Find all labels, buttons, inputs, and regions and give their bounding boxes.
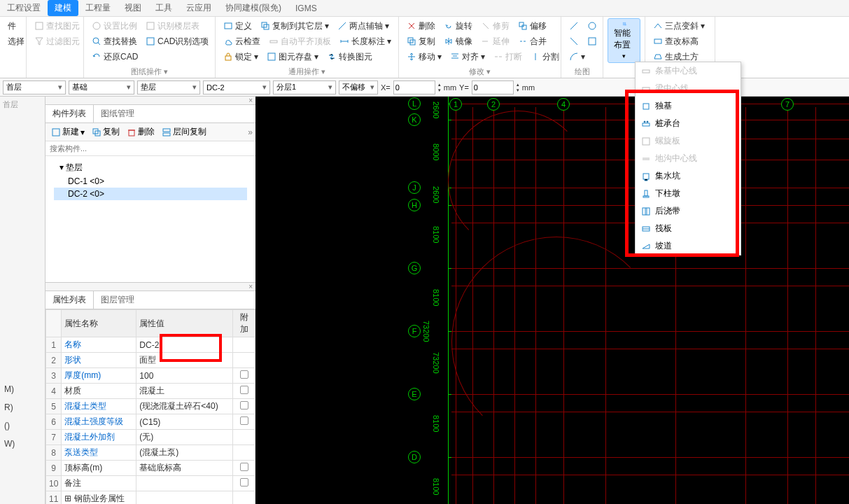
svg-rect-32 bbox=[643, 174, 649, 179]
btn-split[interactable]: 分割 bbox=[527, 49, 563, 64]
svg-rect-9 bbox=[225, 56, 231, 60]
tab-collab[interactable]: 协同建模(限免) bbox=[218, 0, 288, 16]
col-prop-name: 属性名称 bbox=[62, 310, 136, 337]
btn-set-scale[interactable]: 设置比例 bbox=[88, 18, 141, 34]
btn-new[interactable]: 新建 ▾ bbox=[48, 125, 87, 139]
tab-prop-list[interactable]: 属性列表 bbox=[45, 291, 94, 309]
drop-type[interactable]: 垫层 bbox=[137, 80, 200, 94]
btn-copy-to-floor[interactable]: 复制到其它层 ▾ bbox=[257, 18, 332, 34]
menu-ramp[interactable]: 坡道 bbox=[636, 237, 741, 255]
btn-copy[interactable]: 复制 bbox=[403, 34, 439, 49]
btn-delete[interactable]: 删除 bbox=[403, 18, 439, 34]
menu-trench-centerline: 地沟中心线 bbox=[636, 150, 741, 167]
btn-merge[interactable]: 合并 bbox=[514, 34, 550, 49]
input-y[interactable] bbox=[472, 80, 514, 94]
btn-extend[interactable]: 延伸 bbox=[477, 34, 513, 49]
drop-floor[interactable]: 首层 bbox=[3, 80, 66, 94]
tab-drawing-manage[interactable]: 图纸管理 bbox=[94, 105, 141, 122]
svg-rect-10 bbox=[268, 53, 275, 60]
menu-post-pour[interactable]: 后浇带 bbox=[636, 202, 741, 220]
btn-restore-cad[interactable]: 还原CAD bbox=[88, 49, 141, 64]
table-row[interactable]: 7混凝土外加剂(无) bbox=[46, 430, 255, 445]
table-row[interactable]: 2形状面型 bbox=[46, 353, 255, 368]
btn-break[interactable]: 打断 bbox=[490, 49, 526, 64]
tree-root[interactable]: ▾ 垫层 bbox=[54, 160, 247, 175]
btn-define[interactable]: 定义 bbox=[220, 18, 255, 34]
draw-rect-icon[interactable] bbox=[584, 34, 601, 49]
menu-isolated-foundation[interactable]: 独基 bbox=[636, 97, 741, 115]
btn-check-elevation[interactable]: 查改标高 bbox=[650, 34, 710, 49]
input-x[interactable] bbox=[393, 80, 435, 94]
btn-copy2[interactable]: 复制 bbox=[89, 125, 122, 139]
drop-layer[interactable]: 分层1 bbox=[273, 80, 336, 94]
btn-save-element[interactable]: 图元存盘 ▾ bbox=[263, 49, 322, 64]
btn-lock[interactable]: 锁定 ▾ bbox=[220, 49, 262, 64]
table-row[interactable]: 4材质混凝土 bbox=[46, 384, 255, 399]
table-row[interactable]: 1名称DC-2 bbox=[46, 337, 255, 353]
drop-offset[interactable]: 不偏移 bbox=[339, 80, 378, 94]
svg-rect-18 bbox=[654, 39, 661, 43]
btn-floor-copy[interactable]: 层间复制 bbox=[159, 125, 209, 139]
menu-column-pier[interactable]: 下柱墩 bbox=[636, 185, 741, 202]
tab-layer-manage[interactable]: 图层管理 bbox=[94, 291, 141, 309]
grid-bubble: H bbox=[408, 199, 421, 211]
btn-move[interactable]: 移动 ▾ bbox=[403, 49, 445, 64]
close-icon-2[interactable]: × bbox=[246, 283, 255, 290]
drop-component[interactable]: DC-2 bbox=[203, 80, 270, 94]
search-input[interactable] bbox=[50, 144, 251, 153]
table-row[interactable]: 3厚度(mm)100 bbox=[46, 368, 255, 384]
btn-length-dim[interactable]: 长度标注 ▾ bbox=[336, 34, 395, 49]
draw-arc-icon[interactable]: ▾ bbox=[566, 49, 589, 64]
tab-igms[interactable]: IGMS bbox=[288, 1, 324, 15]
btn-trim[interactable]: 修剪 bbox=[477, 18, 513, 34]
btn-pieces[interactable]: 件 bbox=[4, 18, 22, 34]
table-row[interactable]: 11⊞ 钢筋业务属性 bbox=[46, 491, 255, 505]
tab-component-list[interactable]: 构件列表 bbox=[45, 105, 94, 122]
btn-cloud-check[interactable]: 云检查 bbox=[220, 34, 264, 49]
tab-view[interactable]: 视图 bbox=[118, 0, 148, 16]
draw-circle-icon[interactable] bbox=[584, 18, 601, 34]
drop-category[interactable]: 基础 bbox=[69, 80, 134, 94]
menu-raft[interactable]: 筏板 bbox=[636, 220, 741, 237]
tab-modeling[interactable]: 建模 bbox=[48, 0, 78, 16]
tab-cloud[interactable]: 云应用 bbox=[179, 0, 218, 16]
tree-item-dc1[interactable]: DC-1 <0> bbox=[54, 175, 247, 188]
menu-pile-cap[interactable]: 桩承台 bbox=[636, 115, 741, 132]
tab-engineering-settings[interactable]: 工程设置 bbox=[0, 0, 48, 16]
svg-rect-19 bbox=[52, 129, 59, 136]
drawing-canvas[interactable]: LK2600J8000H2600G8100F8100E73200D8100810… bbox=[255, 97, 849, 504]
btn-mirror[interactable]: 镜像 bbox=[440, 34, 476, 49]
draw-diag-icon[interactable] bbox=[566, 34, 582, 49]
btn-smart-layout[interactable]: 智能布置▾ bbox=[608, 18, 640, 63]
btn-find-replace[interactable]: 查找替换 bbox=[88, 34, 141, 49]
table-row[interactable]: 8泵送类型(混凝土泵) bbox=[46, 445, 255, 461]
btn-delete2[interactable]: 删除 bbox=[124, 125, 157, 139]
svg-rect-8 bbox=[270, 41, 277, 43]
draw-line-icon[interactable] bbox=[566, 18, 582, 34]
menu-strip-found-centerline: 条基中心线 bbox=[636, 62, 741, 80]
btn-rotate[interactable]: 旋转 bbox=[440, 18, 476, 34]
table-row[interactable]: 10备注 bbox=[46, 476, 255, 491]
btn-filter-element[interactable]: 过滤图元 bbox=[31, 34, 79, 49]
btn-find-element[interactable]: 查找图元 bbox=[31, 18, 79, 34]
tab-quantity[interactable]: 工程量 bbox=[78, 0, 118, 16]
btn-three-point-slope[interactable]: 三点变斜 ▾ bbox=[650, 18, 710, 34]
tab-tools[interactable]: 工具 bbox=[148, 0, 179, 16]
btn-auto-level[interactable]: 自动平齐顶板 bbox=[265, 34, 335, 49]
btn-convert-element[interactable]: 转换图元 bbox=[323, 49, 376, 64]
menu-sump[interactable]: 集水坑 bbox=[636, 167, 741, 185]
svg-rect-0 bbox=[36, 22, 43, 29]
table-row[interactable]: 5混凝土类型(现浇混凝土碎石<40) bbox=[46, 399, 255, 414]
btn-choose[interactable]: 选择 bbox=[4, 34, 22, 49]
property-table: 属性名称 属性值 附加 1名称DC-22形状面型3厚度(mm)1004材质混凝土… bbox=[45, 309, 255, 504]
tree-item-dc2[interactable]: DC-2 <0> bbox=[54, 188, 247, 200]
close-icon[interactable]: × bbox=[246, 97, 255, 104]
btn-cad-options[interactable]: CAD识别选项 bbox=[142, 34, 212, 49]
table-row[interactable]: 9顶标高(m)基础底标高 bbox=[46, 461, 255, 476]
btn-align[interactable]: 对齐 ▾ bbox=[447, 49, 489, 64]
btn-offset[interactable]: 偏移 bbox=[514, 18, 550, 34]
table-row[interactable]: 6混凝土强度等级(C15) bbox=[46, 414, 255, 430]
svg-point-17 bbox=[624, 24, 626, 25]
btn-identify-floor[interactable]: 识别楼层表 bbox=[142, 18, 203, 34]
btn-two-point-axis[interactable]: 两点辅轴 ▾ bbox=[334, 18, 393, 34]
